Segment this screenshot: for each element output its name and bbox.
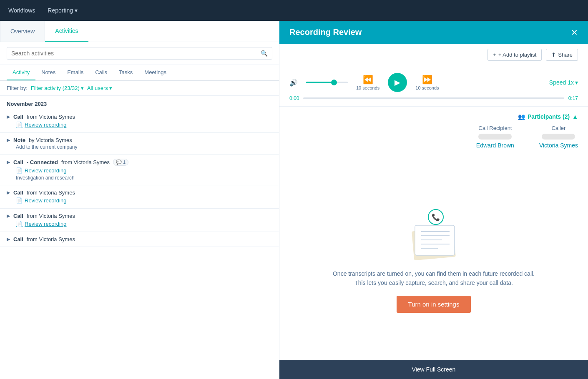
chevron-down-icon: ▾ (109, 85, 112, 91)
speed-control[interactable]: Speed 1x ▾ (549, 79, 578, 86)
fullscreen-label: View Full Screen (412, 366, 456, 373)
progress-row: 0:00 0:17 (279, 95, 588, 106)
expand-icon[interactable]: ▶ (7, 190, 10, 195)
chevron-down-icon: ▾ (81, 85, 84, 91)
participant-name-victoria[interactable]: Victoria Symes (539, 142, 578, 149)
time-end: 0:17 (568, 95, 578, 101)
participant-role: Caller (551, 125, 565, 131)
activity-description: from Victoria Symes (61, 159, 110, 165)
add-to-playlist-button[interactable]: + + Add to playlist (487, 49, 542, 61)
review-recording-link[interactable]: 📄 Review recording (7, 167, 66, 174)
activity-header: ▶ Call from Victoria Symes (7, 190, 272, 196)
turn-on-settings-button[interactable]: Turn on in settings (397, 296, 471, 313)
transcript-section: 📞 Once transcripts are turned on, you ca… (279, 155, 588, 360)
list-item: ▶ Call from Victoria Symes 📄 Review reco… (0, 110, 279, 133)
skip-back-label: 10 seconds (356, 85, 379, 90)
close-button[interactable]: ✕ (571, 28, 578, 37)
chevron-down-icon: ▾ (75, 7, 78, 14)
participants-icon: 👥 (518, 113, 525, 120)
filter-prefix: Filter by: (7, 85, 28, 91)
skip-back-icon: ⏪ (363, 75, 373, 85)
volume-icon: 🔊 (289, 79, 298, 87)
volume-slider[interactable] (306, 82, 348, 83)
note-type-label: Note (13, 137, 25, 143)
activity-list: November 2023 ▶ Call from Victoria Symes… (0, 96, 279, 379)
participant-card: Caller Victoria Symes (539, 125, 578, 149)
activity-description: from Victoria Symes (27, 236, 75, 242)
participant-avatar (542, 134, 575, 140)
chevron-up-icon: ▲ (572, 113, 578, 120)
call-type-label: Call (13, 236, 23, 242)
participant-card: Call Recipient Edward Brown (476, 125, 514, 149)
search-row: 🔍 (0, 42, 279, 65)
tab-calls[interactable]: Calls (89, 65, 113, 80)
transcript-description: Once transcripts are turned on, you can … (333, 269, 535, 288)
tab-activities[interactable]: Activities (45, 21, 88, 42)
document-icon: 📄 (16, 167, 23, 174)
call-type-label: Call (13, 190, 23, 196)
search-input[interactable] (11, 50, 257, 57)
participant-name-edward[interactable]: Edward Brown (476, 142, 514, 149)
activity-description: from Victoria Symes (27, 114, 75, 120)
recording-header: Recording Review ✕ (279, 21, 588, 44)
panel-tabs: Overview Activities (0, 21, 279, 42)
nav-reporting[interactable]: Reporting ▾ (48, 7, 78, 14)
left-panel: Overview Activities 🔍 Activity Notes Ema… (0, 21, 279, 379)
review-recording-link[interactable]: 📄 Review recording (7, 122, 66, 128)
filter-activity-button[interactable]: Filter activity (23/32) ▾ (31, 85, 84, 91)
tab-emails[interactable]: Emails (61, 65, 89, 80)
review-recording-link[interactable]: 📄 Review recording (7, 221, 66, 227)
activity-subtext: Investigation and research (7, 175, 272, 181)
expand-icon[interactable]: ▶ (7, 114, 10, 120)
tab-tasks[interactable]: Tasks (113, 65, 138, 80)
activity-header: ▶ Call from Victoria Symes (7, 213, 272, 219)
activity-header: ▶ Call from Victoria Symes (7, 236, 272, 242)
list-item: ▶ Call - Connected from Victoria Symes 💬… (0, 155, 279, 185)
participants-section: 👥 Participants (2) ▲ Call Recipient Edwa… (279, 106, 588, 155)
document-icon: 📄 (16, 221, 23, 227)
skip-forward-icon: ⏩ (422, 75, 432, 85)
call-connected-label: - Connected (27, 159, 58, 165)
view-fullscreen-bar[interactable]: View Full Screen (279, 360, 588, 379)
participants-header[interactable]: 👥 Participants (2) ▲ (289, 113, 578, 120)
activity-header: ▶ Call - Connected from Victoria Symes 💬… (7, 159, 272, 166)
activity-header: ▶ Call from Victoria Symes (7, 114, 272, 120)
tab-overview[interactable]: Overview (0, 21, 45, 42)
play-icon: ▶ (395, 78, 400, 87)
expand-icon[interactable]: ▶ (7, 137, 10, 143)
recording-panel: Recording Review ✕ + + Add to playlist ⬆… (279, 21, 588, 379)
expand-icon[interactable]: ▶ (7, 237, 10, 242)
recording-toolbar: + + Add to playlist ⬆ Share (279, 44, 588, 66)
tab-activity[interactable]: Activity (7, 65, 35, 80)
search-input-wrap[interactable]: 🔍 (7, 47, 272, 60)
tab-notes[interactable]: Notes (35, 65, 61, 80)
call-type-label: Call (13, 213, 23, 219)
plus-icon: + (493, 52, 496, 58)
tab-meetings[interactable]: Meetings (138, 65, 172, 80)
document-icon: 📄 (16, 122, 23, 128)
skip-back-button[interactable]: ⏪ 10 seconds (356, 75, 379, 90)
expand-icon[interactable]: ▶ (7, 160, 10, 165)
filter-row: Filter by: Filter activity (23/32) ▾ All… (0, 81, 279, 96)
review-recording-link[interactable]: 📄 Review recording (7, 197, 66, 204)
share-icon: ⬆ (551, 52, 556, 58)
skip-forward-label: 10 seconds (415, 85, 439, 90)
skip-forward-button[interactable]: ⏩ 10 seconds (415, 75, 439, 90)
activity-description: from Victoria Symes (27, 213, 75, 219)
share-button[interactable]: ⬆ Share (546, 49, 578, 61)
search-icon: 🔍 (261, 50, 268, 57)
filter-users-button[interactable]: All users ▾ (87, 85, 112, 91)
svg-text:📞: 📞 (432, 213, 440, 221)
activity-sub-tabs: Activity Notes Emails Calls Tasks Meetin… (0, 65, 279, 81)
document-icon: 📄 (16, 197, 23, 204)
expand-icon[interactable]: ▶ (7, 213, 10, 219)
list-item: ▶ Call from Victoria Symes (0, 232, 279, 247)
recording-title: Recording Review (289, 27, 362, 37)
list-item: ▶ Call from Victoria Symes 📄 Review reco… (0, 209, 279, 232)
chevron-down-icon: ▾ (575, 79, 578, 86)
play-button[interactable]: ▶ (388, 73, 407, 92)
activity-description: from Victoria Symes (27, 190, 75, 196)
nav-workflows[interactable]: Workflows (8, 7, 35, 14)
progress-bar[interactable] (303, 97, 564, 99)
activity-description: by Victoria Symes (29, 137, 72, 143)
